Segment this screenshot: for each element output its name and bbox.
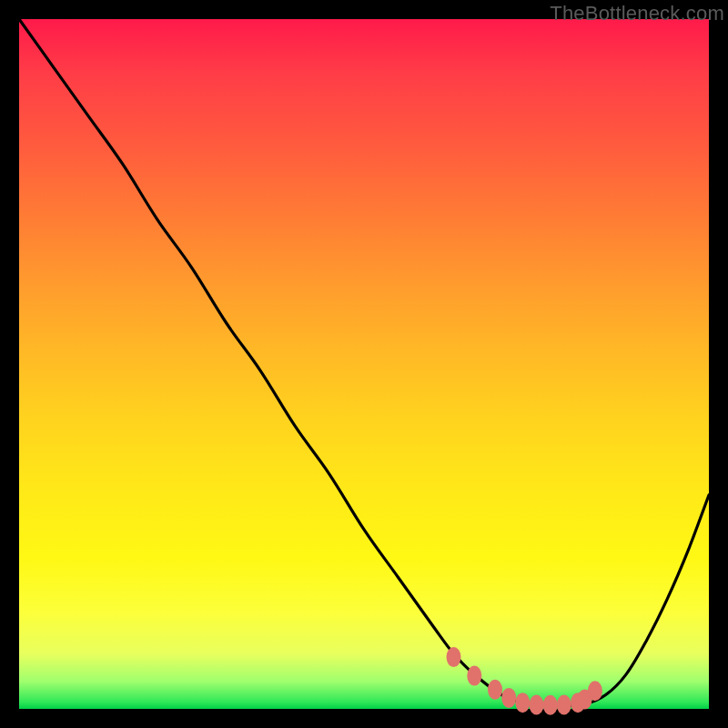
bottleneck-curve <box>19 19 709 705</box>
chart-svg <box>19 19 709 709</box>
highlight-dots <box>447 647 602 715</box>
highlight-dot <box>488 680 502 700</box>
watermark-text: TheBottleneck.com <box>550 2 724 25</box>
highlight-dot <box>543 695 558 715</box>
highlight-dot <box>515 693 530 713</box>
highlight-dot <box>467 666 481 686</box>
highlight-dot <box>530 695 544 715</box>
highlight-dot <box>557 695 571 715</box>
chart-frame <box>19 19 709 709</box>
highlight-dot <box>588 681 602 701</box>
highlight-dot <box>501 688 516 708</box>
highlight-dot <box>447 647 461 667</box>
plot-area <box>19 19 709 709</box>
